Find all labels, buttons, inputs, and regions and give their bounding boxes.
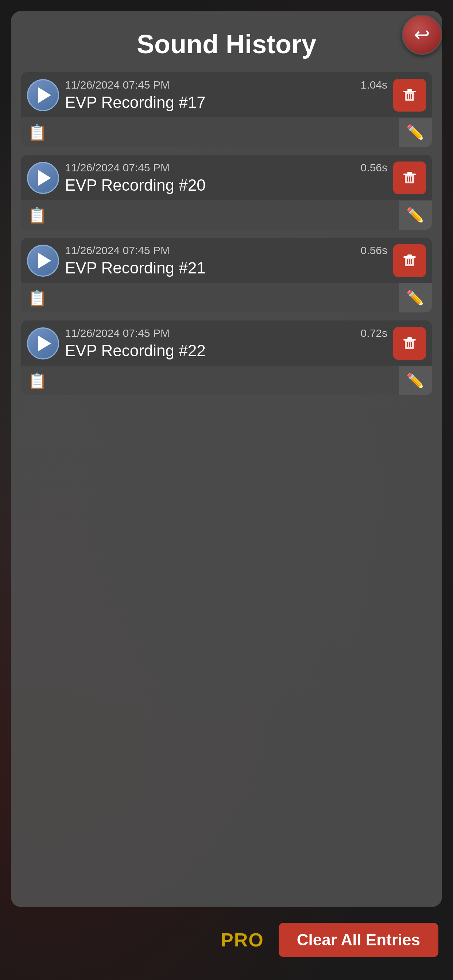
bottom-area: PRO Clear All Entries xyxy=(11,907,442,980)
pencil-icon-1: ✏️ xyxy=(406,124,424,141)
delete-button-1[interactable] xyxy=(393,79,426,111)
entry-duration-3: 0.56s xyxy=(361,244,388,257)
entry-datetime-1: 11/26/2024 07:45 PM xyxy=(65,79,170,91)
entry-name-4: EVP Recording #22 xyxy=(65,342,388,360)
entry-datetime-4: 11/26/2024 07:45 PM xyxy=(65,327,170,339)
entry-info-4: 11/26/2024 07:45 PM 0.72s EVP Recording … xyxy=(65,327,388,360)
entry-duration-1: 1.04s xyxy=(361,79,388,91)
note-area-2: 📋 xyxy=(21,200,399,230)
entry-meta-3: 11/26/2024 07:45 PM 0.56s xyxy=(65,244,388,257)
note-area-4: 📋 xyxy=(21,366,399,395)
svg-rect-17 xyxy=(411,259,412,264)
play-icon-4 xyxy=(38,336,51,352)
entry-name-1: EVP Recording #17 xyxy=(65,93,388,111)
entry-note-row-2: 📋 ✏️ xyxy=(21,200,432,230)
entry-name-3: EVP Recording #21 xyxy=(65,259,388,277)
svg-rect-11 xyxy=(411,177,412,181)
note-area-3: 📋 xyxy=(21,283,399,312)
entry-note-row-1: 📋 ✏️ xyxy=(21,118,432,147)
page-title: Sound History xyxy=(21,29,432,59)
play-button-2[interactable] xyxy=(27,162,59,194)
svg-rect-14 xyxy=(407,255,412,257)
svg-rect-22 xyxy=(409,342,410,347)
note-emoji-4: 📋 xyxy=(28,372,47,390)
edit-button-3[interactable]: ✏️ xyxy=(399,283,432,312)
entry-note-row-3: 📋 ✏️ xyxy=(21,283,432,312)
entry-info-1: 11/26/2024 07:45 PM 1.04s EVP Recording … xyxy=(65,79,388,111)
entry-duration-2: 0.56s xyxy=(361,162,388,174)
entry-meta-1: 11/26/2024 07:45 PM 1.04s xyxy=(65,79,388,91)
pro-label: PRO xyxy=(221,929,264,951)
delete-button-3[interactable] xyxy=(393,244,426,277)
svg-rect-4 xyxy=(409,94,410,99)
svg-rect-15 xyxy=(407,259,408,264)
edit-button-4[interactable]: ✏️ xyxy=(399,366,432,395)
entry-meta-2: 11/26/2024 07:45 PM 0.56s xyxy=(65,162,388,174)
delete-button-2[interactable] xyxy=(393,162,426,194)
play-icon-3 xyxy=(38,253,51,269)
entry-top-2: 11/26/2024 07:45 PM 0.56s EVP Recording … xyxy=(21,155,432,200)
pencil-icon-2: ✏️ xyxy=(406,207,424,224)
note-emoji-2: 📋 xyxy=(28,206,47,224)
entry-info-2: 11/26/2024 07:45 PM 0.56s EVP Recording … xyxy=(65,162,388,194)
main-container: Sound History 11/26/2024 07:45 PM 1.04s … xyxy=(11,11,442,980)
trash-icon-3 xyxy=(401,252,418,269)
edit-button-2[interactable]: ✏️ xyxy=(399,200,432,230)
entry-top-3: 11/26/2024 07:45 PM 0.56s EVP Recording … xyxy=(21,238,432,283)
entry-card-1: 11/26/2024 07:45 PM 1.04s EVP Recording … xyxy=(21,72,432,147)
entry-duration-4: 0.72s xyxy=(361,327,388,339)
svg-rect-5 xyxy=(411,94,412,99)
pencil-icon-4: ✏️ xyxy=(406,372,424,390)
svg-rect-10 xyxy=(409,177,410,181)
entry-top-4: 11/26/2024 07:45 PM 0.72s EVP Recording … xyxy=(21,320,432,366)
back-button[interactable] xyxy=(402,14,442,55)
note-emoji-3: 📋 xyxy=(28,289,47,307)
svg-rect-23 xyxy=(411,342,412,347)
svg-rect-16 xyxy=(409,259,410,264)
entry-datetime-3: 11/26/2024 07:45 PM xyxy=(65,244,170,257)
trash-icon-2 xyxy=(401,170,418,186)
pencil-icon-3: ✏️ xyxy=(406,290,424,307)
trash-icon-1 xyxy=(401,87,418,103)
entry-meta-4: 11/26/2024 07:45 PM 0.72s xyxy=(65,327,388,339)
entry-name-2: EVP Recording #20 xyxy=(65,176,388,194)
svg-rect-9 xyxy=(407,177,408,181)
play-icon-1 xyxy=(38,87,51,103)
note-area-1: 📋 xyxy=(21,118,399,147)
clear-all-button[interactable]: Clear All Entries xyxy=(279,923,439,957)
svg-rect-8 xyxy=(407,172,412,174)
note-emoji-1: 📋 xyxy=(28,124,47,142)
sound-history-panel: Sound History 11/26/2024 07:45 PM 1.04s … xyxy=(11,11,442,907)
entry-top-1: 11/26/2024 07:45 PM 1.04s EVP Recording … xyxy=(21,72,432,118)
entry-info-3: 11/26/2024 07:45 PM 0.56s EVP Recording … xyxy=(65,244,388,277)
play-button-4[interactable] xyxy=(27,328,59,360)
delete-button-4[interactable] xyxy=(393,327,426,360)
entry-note-row-4: 📋 ✏️ xyxy=(21,366,432,395)
svg-rect-3 xyxy=(407,94,408,99)
svg-rect-2 xyxy=(407,89,412,91)
play-button-1[interactable] xyxy=(27,79,59,111)
trash-icon-4 xyxy=(401,335,418,352)
play-icon-2 xyxy=(38,170,51,186)
edit-button-1[interactable]: ✏️ xyxy=(399,118,432,147)
svg-rect-21 xyxy=(407,342,408,347)
entry-card-3: 11/26/2024 07:45 PM 0.56s EVP Recording … xyxy=(21,238,432,312)
play-button-3[interactable] xyxy=(27,245,59,277)
svg-rect-20 xyxy=(407,337,412,339)
entry-card-2: 11/26/2024 07:45 PM 0.56s EVP Recording … xyxy=(21,155,432,230)
entry-datetime-2: 11/26/2024 07:45 PM xyxy=(65,162,170,174)
entry-card-4: 11/26/2024 07:45 PM 0.72s EVP Recording … xyxy=(21,320,432,395)
